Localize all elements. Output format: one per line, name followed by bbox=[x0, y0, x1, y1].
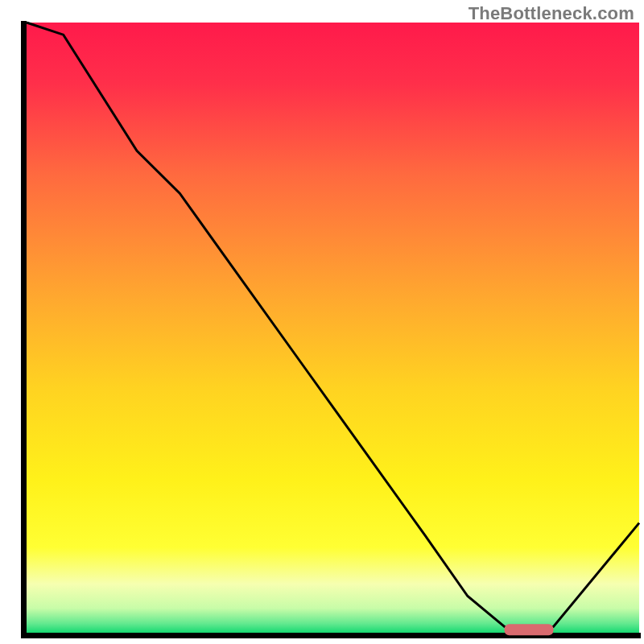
plot-background bbox=[27, 23, 639, 633]
bottleneck-chart bbox=[0, 0, 644, 644]
optimal-range-marker bbox=[505, 624, 554, 635]
chart-container: TheBottleneck.com bbox=[0, 0, 644, 644]
